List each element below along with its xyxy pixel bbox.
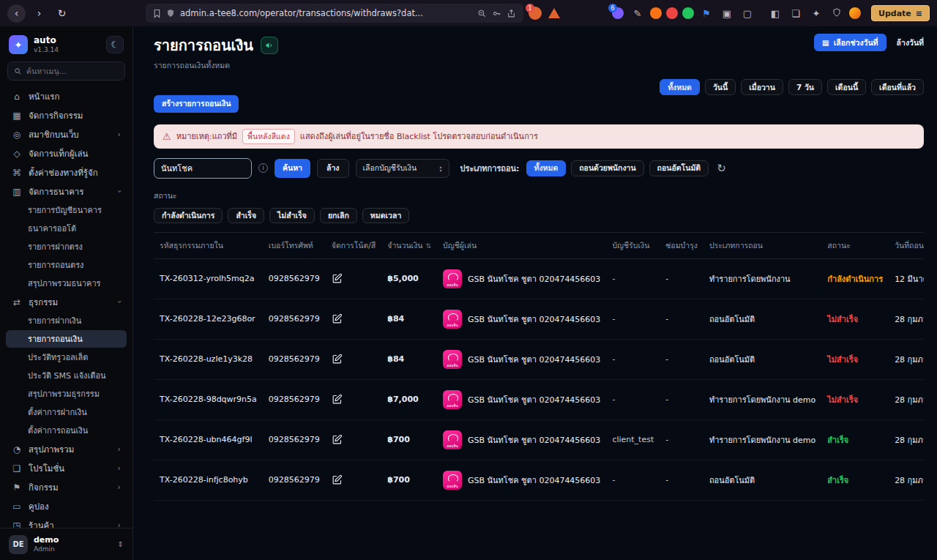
sidebar-item[interactable]: ◔สรุปภาพรวม› <box>6 440 127 458</box>
receiver-account: - <box>606 379 660 419</box>
forward-button[interactable]: › <box>30 4 48 23</box>
extension-green-icon[interactable] <box>682 7 694 19</box>
maintenance: - <box>660 339 703 379</box>
sidebar-item[interactable]: ◎สมาชิกบนเว็บ› <box>6 125 127 143</box>
sidebar-item[interactable]: ⇄ธุรกรรม› <box>6 293 127 311</box>
sidebar-subitem[interactable]: สรุปภาพรวมธนาคาร <box>6 275 127 292</box>
date-filter-chip[interactable]: ทั้งหมด <box>660 79 700 95</box>
share-icon[interactable] <box>507 9 516 18</box>
sidebar-subitem[interactable]: ตั้งค่าการฝากเงิน <box>6 403 127 421</box>
extension-red-icon[interactable] <box>666 7 678 19</box>
date-filter-chip[interactable]: เมื่อวาน <box>741 79 783 95</box>
withdraw-table-container: รหัสธุรกรรมภายในเบอร์โทรศัพท์จัดการโน้ต/… <box>154 232 924 501</box>
sidebar-subitem[interactable]: ประวัติทรูวอลเล็ต <box>6 348 127 366</box>
key-icon[interactable] <box>492 9 501 18</box>
adblock-shield-icon[interactable]: 1 <box>528 6 542 20</box>
back-button[interactable]: ‹ <box>7 4 26 23</box>
info-icon: i <box>258 163 268 173</box>
sound-toggle-button[interactable] <box>261 37 278 54</box>
status-filter-chip[interactable]: สำเร็จ <box>228 208 264 223</box>
sidebar-subitem[interactable]: รายการฝากตรง <box>6 238 127 255</box>
screenshot-icon[interactable]: ▢ <box>739 8 755 19</box>
theme-toggle-button[interactable]: ☾ <box>106 36 124 53</box>
user-menu[interactable]: DE demo Admin ⇕ <box>0 528 132 560</box>
phone-number: 0928562979 <box>263 258 326 299</box>
update-button[interactable]: Update ≡ <box>871 5 930 21</box>
withdraw-type: ถอนอัตโนมัติ <box>703 299 821 339</box>
type-filter-chip[interactable]: ถอนด้วยพนักงาน <box>571 160 643 176</box>
sidebar-subitem[interactable]: รายการถอนตรง <box>6 256 127 274</box>
player-account-text: GSB นันทโชค ชูตา 020474456603 <box>468 313 600 326</box>
sidebar-subitem[interactable]: รายการถอนเงิน <box>6 330 127 348</box>
url-bar[interactable]: admin.a-tee8.com/operator/transactions/w… <box>146 4 523 23</box>
note-edit-button[interactable] <box>332 394 343 405</box>
status-filter-chip[interactable]: ไม่สำเร็จ <box>269 208 315 223</box>
split-view-icon[interactable]: ◧ <box>767 8 783 19</box>
flag-extension-icon[interactable]: ⚑ <box>698 8 714 19</box>
activity-icon: ▦ <box>12 111 22 121</box>
sidebar-item[interactable]: ⌂หน้าแรก <box>6 87 127 105</box>
note-edit-button[interactable] <box>332 354 343 365</box>
status-filter-chip[interactable]: ยกเลิก <box>320 208 357 223</box>
sidebar-subitem[interactable]: รายการบัญชีธนาคาร <box>6 201 127 219</box>
note-edit-button[interactable] <box>332 313 343 324</box>
transaction-id: TX-260228-98dqwr9n5a <box>154 379 263 419</box>
reload-button[interactable]: ↻ <box>53 4 71 23</box>
date-filter-chip[interactable]: เดือนนี้ <box>827 79 866 95</box>
extension-purple-icon[interactable]: 6 <box>611 6 625 20</box>
sidebar-subitem[interactable]: ธนาคารออโต้ <box>6 220 127 237</box>
receiver-account-select[interactable]: เลือกบัญชีรับเงิน ▴▾ <box>356 159 449 178</box>
sidebar-item-label: จัดการธนาคาร <box>29 185 83 198</box>
sidebar-item[interactable]: ⚑กิจกรรม› <box>6 478 127 496</box>
sidebar-subitem[interactable]: ประวัติ SMS แจ้งเตือน <box>6 367 127 384</box>
type-filter-chip[interactable]: ทั้งหมด <box>526 160 567 176</box>
column-header: บัญชีผู้เล่น <box>437 232 606 258</box>
sidebar-subitem[interactable]: รายการฝากเงิน <box>6 312 127 329</box>
bookmark-icon[interactable] <box>153 9 161 18</box>
amount: ฿84 <box>381 299 437 339</box>
search-button[interactable]: ค้นหา <box>275 159 310 178</box>
sidebar-item[interactable]: ◇จัดการแท็กผู้เล่น <box>6 144 127 163</box>
date-filter-chip[interactable]: วันนี้ <box>705 79 736 95</box>
sidebar-item-label: หน้าแรก <box>29 90 59 103</box>
note-edit-button[interactable] <box>332 474 343 485</box>
sidebar-subitem[interactable]: สรุปภาพรวมธุรกรรม <box>6 385 127 403</box>
status-filter-chip[interactable]: กำลังดำเนินการ <box>154 208 223 223</box>
extensions-puzzle-icon[interactable]: ▣ <box>719 8 735 19</box>
clear-search-button[interactable]: ล้าง <box>317 159 348 178</box>
privacy-shield-icon[interactable] <box>829 8 845 19</box>
status-filter-chip[interactable]: หมดเวลา <box>362 208 409 223</box>
sort-icon[interactable]: ⇅ <box>425 242 431 250</box>
zoom-out-icon[interactable] <box>477 9 487 18</box>
bank-gsb-logo: ออมสิน <box>443 430 462 449</box>
column-label: วันที่ถอน <box>895 241 924 250</box>
create-withdraw-button[interactable]: สร้างรายการถอนเงิน <box>154 95 239 113</box>
pencil-extension-icon[interactable]: ✎ <box>630 8 646 19</box>
sidebar-item[interactable]: ▭คูปอง <box>6 497 127 515</box>
extension-orange-icon[interactable] <box>650 7 662 19</box>
date-filter-chip[interactable]: เดือนที่แล้ว <box>871 79 924 95</box>
browser-account-icon[interactable] <box>849 7 861 19</box>
sidebar-item[interactable]: ⌘ตั้งค่าช่องทางที่รู้จัก <box>6 163 127 182</box>
alert-triangle-extension-icon[interactable] <box>547 6 561 20</box>
sidebar-item[interactable]: ◳ร้านค้า› <box>6 516 127 528</box>
sidebar-subitem[interactable]: ตั้งค่าการถอนเงิน <box>6 422 127 439</box>
sidebar-item[interactable]: ❑โปรโมชั่น› <box>6 459 127 477</box>
refresh-icon[interactable]: ↻ <box>717 162 726 175</box>
note-edit-button[interactable] <box>332 273 343 284</box>
sidebar-item[interactable]: ▦จัดการกิจกรรม <box>6 106 127 124</box>
date-range-button[interactable]: ▦ เลือกช่วงวันที่ <box>814 34 886 51</box>
type-filter-chip[interactable]: ถอนอัตโนมัติ <box>649 160 709 176</box>
sparkle-icon[interactable]: ✦ <box>808 8 824 19</box>
player-account-text: GSB นันทโชค ชูตา 020474456603 <box>468 393 600 406</box>
search-input[interactable] <box>154 158 252 179</box>
date-filter-chip[interactable]: 7 วัน <box>788 79 822 95</box>
sidebar-item[interactable]: ▥จัดการธนาคาร› <box>6 182 127 201</box>
clear-date-button[interactable]: ล้างวันที่ <box>897 37 924 49</box>
sidebar: ✦ auto v1.3.14 ☾ ⌂หน้าแรก▦จัดการกิจกรรม◎… <box>0 26 133 560</box>
note-edit-button[interactable] <box>332 434 343 445</box>
menu-search-input[interactable] <box>26 67 119 75</box>
panel-icon[interactable]: ❏ <box>788 8 804 19</box>
withdraw-date: 28 กุมภาพันธ์ 2026 03:05 น. <box>889 460 924 500</box>
site-shield-icon[interactable] <box>166 9 175 18</box>
